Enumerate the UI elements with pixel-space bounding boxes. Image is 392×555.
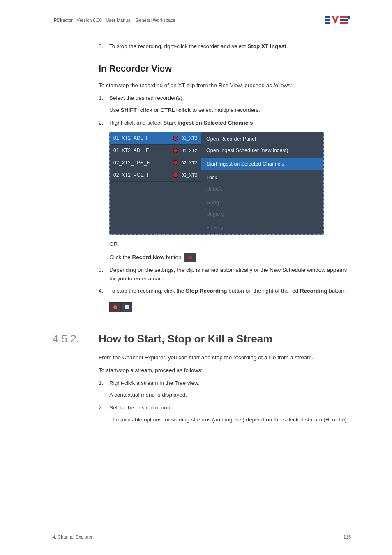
- record-now-line: Click the Record Now button: [109, 253, 351, 262]
- svg-rect-5: [340, 22, 348, 24]
- menu-item-open-recorder-panel[interactable]: Open Recorder Panel: [201, 133, 323, 145]
- bold-text: Recording: [300, 288, 327, 294]
- step-subtext: A contextual menu is displayed.: [109, 391, 351, 400]
- menu-item-start-ingest[interactable]: Start Ingest on Selected Channels: [201, 158, 323, 170]
- step-number: 4.: [99, 287, 109, 296]
- step-subtext: Use SHIFT+click or CTRL+click to select …: [109, 106, 351, 115]
- text: Click the: [109, 254, 132, 260]
- record-icon: [173, 136, 178, 141]
- bold-text: Stop XT Ingest: [247, 43, 286, 49]
- svg-rect-2: [325, 22, 330, 24]
- text: .: [286, 43, 288, 49]
- text: +: [175, 107, 178, 113]
- recorder-name: 01_XT2_ADL_F: [113, 148, 170, 153]
- context-menu: Open Recorder Panel Open Ingest Schedule…: [201, 132, 323, 234]
- recorder-name: 02_XT2_PGE_F: [113, 160, 170, 166]
- section-number: 4.5.2.: [53, 333, 87, 345]
- menu-separator: [201, 171, 323, 171]
- recorder-channel: 02_XT2: [181, 160, 197, 165]
- section-heading: 4.5.2. How to Start, Stop or Kill a Stre…: [53, 333, 351, 345]
- menu-item-gang: Gang: [201, 197, 323, 208]
- recorder-row[interactable]: 02_XT2_PGE_F 02_XT2: [110, 157, 201, 169]
- text: or: [152, 107, 161, 113]
- step-number: 1.: [99, 379, 109, 400]
- recorder-name: 02_XT2_PGE_F: [113, 172, 170, 178]
- text: +: [137, 107, 140, 113]
- svg-rect-4: [340, 19, 348, 21]
- step-number: 1.: [99, 94, 109, 115]
- recorder-list: 01_XT2_ADL_F 01_XT2 01_XT2_ADL_F 01_XT2 …: [110, 132, 201, 234]
- text: Right-click and select: [109, 120, 163, 126]
- recorder-row[interactable]: 01_XT2_ADL_F 01_XT2: [110, 132, 201, 145]
- step-text: Select the desired option. The available…: [109, 404, 351, 424]
- menu-separator: [201, 157, 323, 157]
- recorder-channel: 01_XT2: [181, 136, 197, 141]
- step-number: 2.: [99, 119, 109, 127]
- list-item: 3. To stop the recording, right-click th…: [99, 42, 351, 51]
- svg-rect-6: [348, 16, 350, 19]
- list-item: 1. Select the desired recorder(s). Use S…: [99, 94, 351, 115]
- menu-item-lock[interactable]: Lock: [201, 172, 323, 183]
- menu-item-open-ingest-scheduler[interactable]: Open Ingest Scheduler (new ingest): [201, 145, 323, 156]
- text: .: [253, 120, 255, 126]
- list-item: 2. Right-click and select Start Ingest o…: [99, 119, 351, 127]
- bold-text: click: [140, 107, 152, 113]
- menu-separator: [201, 196, 323, 196]
- text: button:: [327, 288, 346, 294]
- footer-chapter: 4. Channel Explorer: [53, 534, 92, 539]
- menu-separator: [201, 221, 323, 221]
- recorder-channel: 01_XT2: [181, 148, 197, 153]
- step-number: 3.: [99, 42, 109, 51]
- menu-item-fill-key: Fill Key: [201, 222, 323, 234]
- step-text: To stop the recording, right-click the r…: [109, 42, 351, 51]
- text: Use: [109, 107, 121, 113]
- bold-text: Start Ingest on Selected Channels: [163, 120, 253, 126]
- recorder-row[interactable]: 01_XT2_ADL_F 01_XT2: [110, 145, 201, 157]
- stop-icon: [125, 305, 129, 309]
- text: button: [164, 254, 181, 260]
- menu-item-ungang: Ungang: [201, 208, 323, 220]
- text: Right-click a stream in the Tree view.: [109, 380, 200, 386]
- bold-text: CTRL: [160, 107, 175, 113]
- list-item: 3. Depending on the settings, the clip i…: [99, 266, 351, 283]
- paragraph: To start/stop a stream, proceed as follo…: [99, 366, 351, 375]
- recorder-channel: 02_XT2: [181, 173, 197, 178]
- list-item: 4. To stop the recording, click the Stop…: [99, 287, 351, 296]
- step-text: Depending on the settings, the clip is n…: [109, 266, 351, 283]
- step-number: 3.: [99, 266, 109, 283]
- list-item: 1. Right-click a stream in the Tree view…: [99, 379, 351, 400]
- intro-paragraph: To start/stop the recording of an XT cli…: [99, 81, 351, 90]
- text: Select the desired recorder(s).: [109, 95, 184, 101]
- list-item: 2. Select the desired option. The availa…: [99, 404, 351, 424]
- recording-indicator-button[interactable]: [109, 302, 121, 312]
- record-dot-icon: [113, 305, 117, 309]
- text: To stop the recording, click the: [109, 288, 186, 294]
- section-title: How to Start, Stop or Kill a Stream: [99, 333, 272, 345]
- record-dot-icon: [188, 255, 192, 259]
- svg-rect-0: [325, 16, 330, 18]
- text: button on the right of the red: [227, 288, 300, 294]
- menu-item-unlock: Unlock: [201, 183, 323, 195]
- page-header: IPDirector - Version 6.00 - User Manual …: [0, 0, 392, 30]
- bold-text: SHIFT: [121, 107, 137, 113]
- step-text: To stop the recording, click the Stop Re…: [109, 287, 351, 296]
- step-text: Right-click a stream in the Tree view. A…: [109, 379, 351, 400]
- page-footer: 4. Channel Explorer 115: [53, 532, 351, 539]
- text: Select the desired option.: [109, 405, 172, 411]
- record-now-button[interactable]: [184, 253, 196, 262]
- record-icon: [173, 148, 178, 153]
- recording-button-group: [109, 302, 132, 312]
- bold-text: click: [178, 107, 191, 113]
- step-text: Right-click and select Start Ingest on S…: [109, 119, 351, 127]
- bold-text: Stop Recording: [186, 288, 227, 294]
- stop-recording-button[interactable]: [121, 302, 132, 312]
- text: to select multiple recorders.: [191, 107, 260, 113]
- embedded-screenshot: 01_XT2_ADL_F 01_XT2 01_XT2_ADL_F 01_XT2 …: [109, 132, 324, 235]
- or-label: OR: [109, 241, 351, 247]
- svg-rect-3: [340, 16, 348, 18]
- step-number: 2.: [99, 404, 109, 424]
- evs-logo: [325, 15, 351, 25]
- subsection-heading: In Recorder View: [99, 63, 351, 74]
- page-content: 3. To stop the recording, right-click th…: [0, 42, 392, 424]
- recorder-row[interactable]: 02_XT2_PGE_F 02_XT2: [110, 169, 201, 182]
